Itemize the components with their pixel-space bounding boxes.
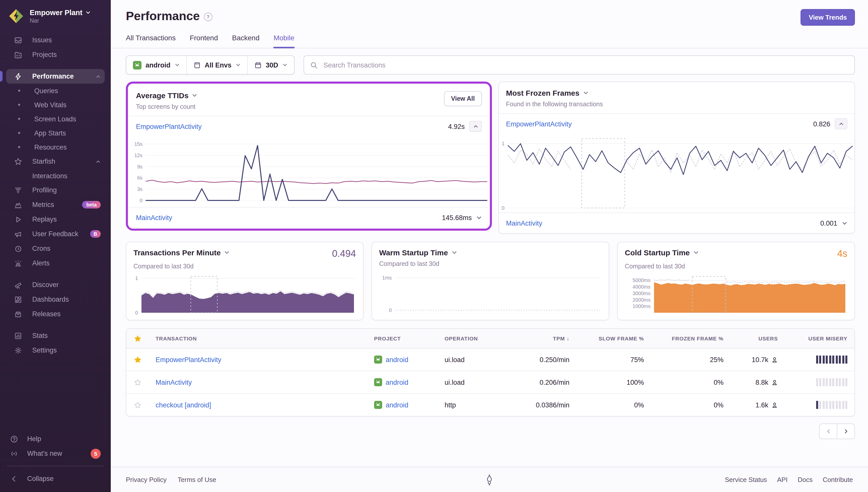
sidebar-item-metrics[interactable]: Metrics beta: [6, 197, 105, 212]
most-frozen-frames-title-dropdown[interactable]: Most Frozen Frames: [506, 89, 603, 97]
transaction-link[interactable]: MainActivity: [506, 219, 542, 227]
column-header-users[interactable]: USERS: [731, 336, 785, 341]
sidebar-item-label: Replays: [32, 216, 57, 223]
sidebar-item-discover[interactable]: Discover: [6, 277, 105, 292]
sidebar-item-help[interactable]: Help: [6, 432, 105, 446]
star-column-header[interactable]: [126, 335, 149, 342]
user-icon: [771, 401, 778, 408]
sidebar-item-alerts[interactable]: Alerts: [6, 256, 105, 270]
sidebar-item-profiling[interactable]: Profiling: [6, 183, 105, 197]
transactions-table: TRANSACTION PROJECT OPERATION TPM ↓ SLOW…: [126, 328, 855, 416]
service-status-link[interactable]: Service Status: [725, 476, 767, 484]
sidebar-item-label: Resources: [34, 143, 67, 151]
project-filter[interactable]: android: [126, 56, 186, 74]
average-ttids-chart: 03s6s9s12s15s: [129, 139, 489, 204]
view-trends-button[interactable]: View Trends: [801, 9, 855, 26]
collapse-row-button[interactable]: [469, 121, 482, 132]
environment-filter[interactable]: All Envs: [186, 56, 247, 74]
sidebar-item-releases[interactable]: Releases: [6, 307, 105, 321]
transaction-link[interactable]: checkout [android]: [156, 401, 211, 409]
sidebar-item-web-vitals[interactable]: Web Vitals: [6, 98, 105, 112]
sidebar-item-performance[interactable]: Performance: [6, 69, 105, 83]
sidebar-item-dashboards[interactable]: Dashboards: [6, 292, 105, 307]
star-toggle[interactable]: [126, 356, 149, 363]
transaction-link[interactable]: MainActivity: [136, 214, 172, 221]
cold-startup-title-dropdown[interactable]: Cold Startup Time: [625, 248, 699, 257]
cold-startup-chart: 5000ms4000ms3000ms2000ms1000ms: [625, 274, 847, 316]
tpm-title-dropdown[interactable]: Transactions Per Minute: [133, 248, 230, 257]
star-toggle[interactable]: [126, 378, 149, 386]
expand-row-button[interactable]: [476, 215, 482, 220]
column-header-frozen-frame[interactable]: FROZEN FRAME %: [651, 336, 731, 341]
sidebar-item-settings[interactable]: Settings: [6, 343, 105, 358]
search-input[interactable]: [323, 61, 848, 69]
terms-of-use-link[interactable]: Terms of Use: [178, 476, 216, 484]
svg-text:12s: 12s: [134, 153, 143, 158]
sidebar-item-screen-loads[interactable]: Screen Loads: [6, 112, 105, 126]
chevron-up-icon: [96, 74, 101, 79]
transaction-link[interactable]: EmpowerPlantActivity: [156, 356, 221, 363]
tpm-cell: 0.0386/min: [512, 401, 577, 409]
column-header-tpm[interactable]: TPM ↓: [512, 336, 577, 341]
contribute-link[interactable]: Contribute: [823, 476, 853, 484]
sidebar-item-projects[interactable]: Projects: [6, 47, 105, 62]
title-help-icon[interactable]: ?: [204, 13, 212, 21]
column-header-transaction[interactable]: TRANSACTION: [149, 336, 367, 341]
sidebar-collapse-button[interactable]: Collapse: [6, 471, 105, 486]
project-link[interactable]: android: [386, 378, 408, 386]
sidebar-item-replays[interactable]: Replays: [6, 212, 105, 227]
operation-cell: http: [437, 401, 512, 409]
transaction-link[interactable]: EmpowerPlantActivity: [136, 123, 202, 130]
tab-backend[interactable]: Backend: [232, 34, 259, 48]
tab-frontend[interactable]: Frontend: [190, 34, 218, 48]
megaphone-icon: [14, 230, 22, 238]
sidebar-item-interactions[interactable]: Interactions: [6, 169, 105, 183]
transaction-link[interactable]: MainActivity: [156, 378, 192, 386]
sidebar-item-user-feedback[interactable]: User Feedback B: [6, 227, 105, 241]
column-header-project[interactable]: PROJECT: [367, 336, 437, 341]
sidebar-item-starfish[interactable]: Starfish: [6, 154, 105, 169]
sidebar-item-label: Alerts: [32, 259, 50, 267]
gear-icon: [14, 346, 22, 354]
sentry-logo-icon[interactable]: [485, 474, 494, 486]
star-icon: [14, 157, 22, 166]
sidebar-item-queries[interactable]: Queries: [6, 83, 105, 98]
column-header-user-misery[interactable]: USER MISERY: [785, 336, 854, 341]
date-range-filter[interactable]: 30D: [247, 56, 294, 74]
project-link[interactable]: android: [386, 356, 408, 363]
tab-bar: All Transactions Frontend Backend Mobile: [111, 34, 868, 48]
chevron-down-icon: [192, 93, 198, 98]
expand-row-button[interactable]: [842, 220, 847, 226]
project-link[interactable]: android: [386, 401, 408, 409]
org-switcher[interactable]: Empower Plant Nar: [0, 0, 111, 32]
stats-icon: [14, 331, 22, 340]
date-range-filter-value: 30D: [266, 61, 278, 69]
column-header-operation[interactable]: OPERATION: [437, 336, 512, 341]
average-ttids-title-dropdown[interactable]: Average TTIDs: [136, 91, 198, 100]
view-all-button[interactable]: View All: [444, 91, 482, 106]
tab-mobile[interactable]: Mobile: [274, 34, 295, 48]
sidebar-item-crons[interactable]: Crons: [6, 241, 105, 256]
transaction-link[interactable]: EmpowerPlantActivity: [506, 120, 572, 128]
sidebar-item-app-starts[interactable]: App Starts: [6, 126, 105, 140]
users-cell: 8.8k: [731, 378, 785, 386]
sidebar-item-label: Stats: [32, 332, 48, 339]
next-page-button[interactable]: [837, 423, 855, 439]
sidebar-item-resources[interactable]: Resources: [6, 140, 105, 154]
warm-startup-title-dropdown[interactable]: Warm Startup Time: [379, 248, 457, 257]
api-link[interactable]: API: [777, 476, 788, 484]
star-toggle[interactable]: [126, 401, 149, 409]
collapse-row-button[interactable]: [835, 118, 847, 129]
sidebar-item-stats[interactable]: Stats: [6, 328, 105, 343]
sidebar-item-issues[interactable]: Issues: [6, 33, 105, 47]
sidebar-item-whats-new[interactable]: What's new 5: [6, 446, 105, 461]
column-header-slow-frame[interactable]: SLOW FRAME %: [577, 336, 651, 341]
cold-startup-value: 4s: [837, 248, 847, 259]
table-header-row: TRANSACTION PROJECT OPERATION TPM ↓ SLOW…: [126, 329, 854, 348]
previous-page-button[interactable]: [819, 423, 837, 439]
privacy-policy-link[interactable]: Privacy Policy: [126, 476, 167, 484]
metric-value: 4.92s: [448, 123, 465, 130]
metric-value: 145.68ms: [442, 214, 472, 221]
docs-link[interactable]: Docs: [798, 476, 813, 484]
tab-all-transactions[interactable]: All Transactions: [126, 34, 176, 48]
